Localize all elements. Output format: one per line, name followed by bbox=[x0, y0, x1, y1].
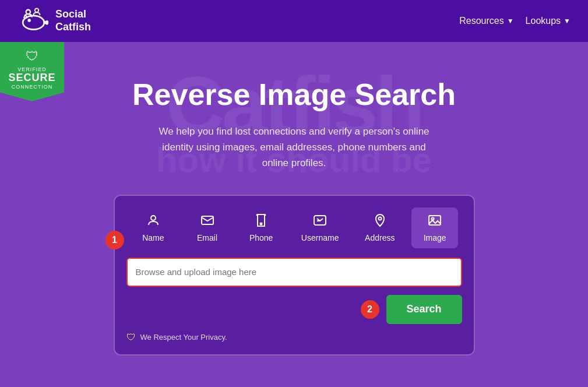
tab-image[interactable]: Image bbox=[411, 207, 458, 248]
svg-rect-9 bbox=[429, 216, 441, 225]
logo-icon bbox=[17, 8, 50, 34]
shield-icon: 🛡 bbox=[6, 49, 58, 64]
image-icon bbox=[428, 213, 442, 230]
svg-point-10 bbox=[432, 217, 434, 220]
lookups-label: Lookups bbox=[526, 16, 561, 26]
step-1-badge: 1 bbox=[105, 231, 124, 249]
search-tabs: Name Email bbox=[126, 207, 462, 248]
main-content: Reverse Image Search We help you find lo… bbox=[0, 42, 588, 356]
input-row bbox=[126, 258, 462, 287]
page-title: Reverse Image Search bbox=[132, 77, 456, 112]
tab-username-label: Username bbox=[301, 233, 339, 242]
address-icon bbox=[373, 213, 387, 230]
tab-name[interactable]: Name bbox=[130, 207, 177, 248]
step-2-badge: 2 bbox=[361, 300, 379, 319]
svg-point-0 bbox=[23, 16, 44, 30]
svg-point-8 bbox=[378, 217, 381, 220]
svg-point-4 bbox=[151, 216, 156, 220]
tab-email[interactable]: Email bbox=[184, 207, 231, 248]
phone-icon bbox=[254, 213, 268, 230]
search-button[interactable]: Search bbox=[386, 295, 462, 324]
tab-username[interactable]: Username bbox=[292, 207, 348, 248]
logo[interactable]: Social Catfish bbox=[17, 8, 91, 34]
lookups-chevron: ▼ bbox=[564, 17, 571, 25]
resources-label: Resources bbox=[459, 16, 504, 26]
search-container: 1 Name Email bbox=[114, 195, 475, 356]
email-icon bbox=[200, 213, 214, 230]
logo-social: Social bbox=[55, 8, 91, 21]
tab-phone-label: Phone bbox=[249, 233, 273, 242]
logo-catfish: Catfish bbox=[55, 21, 91, 34]
page-subtitle: We help you find lost connections and ve… bbox=[154, 124, 434, 171]
privacy-note: 🛡 We Respect Your Privacy. bbox=[126, 332, 462, 343]
nav-right: Resources ▼ Lookups ▼ bbox=[459, 16, 571, 26]
connection-text: CONNECTION bbox=[6, 84, 58, 90]
tab-address-label: Address bbox=[365, 233, 395, 242]
svg-point-1 bbox=[27, 19, 31, 22]
privacy-text: We Respect Your Privacy. bbox=[140, 333, 227, 342]
header: Social Catfish Resources ▼ Lookups ▼ bbox=[0, 0, 588, 42]
secure-badge: 🛡 VERIFIED SECURE CONNECTION bbox=[0, 42, 64, 101]
username-icon bbox=[313, 213, 327, 230]
tab-image-label: Image bbox=[424, 233, 446, 242]
tab-address[interactable]: Address bbox=[355, 207, 404, 248]
image-upload-input[interactable] bbox=[126, 258, 462, 287]
secure-text: SECURE bbox=[6, 72, 58, 84]
privacy-shield-icon: 🛡 bbox=[126, 332, 136, 343]
svg-point-3 bbox=[35, 8, 38, 12]
tab-email-label: Email bbox=[197, 233, 217, 242]
logo-text: Social Catfish bbox=[55, 8, 91, 33]
search-button-label: Search bbox=[406, 303, 441, 315]
resources-chevron: ▼ bbox=[507, 17, 514, 25]
lookups-menu[interactable]: Lookups ▼ bbox=[526, 16, 571, 26]
svg-point-6 bbox=[260, 223, 262, 224]
tab-name-label: Name bbox=[142, 233, 164, 242]
tab-phone[interactable]: Phone bbox=[238, 207, 284, 248]
name-icon bbox=[146, 213, 160, 230]
resources-menu[interactable]: Resources ▼ bbox=[459, 16, 513, 26]
